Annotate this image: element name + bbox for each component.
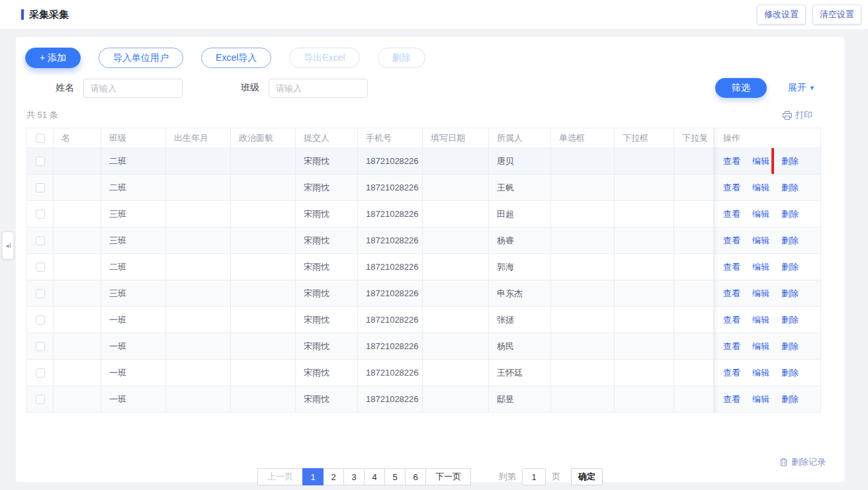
page-button-1[interactable]: 1 — [302, 468, 324, 485]
row-checkbox[interactable] — [36, 368, 45, 378]
cell-submitter: 宋雨忱 — [296, 148, 358, 175]
goto-confirm-button[interactable]: 确定 — [571, 468, 603, 485]
delete-records-link[interactable]: 删除记录 — [779, 456, 826, 468]
cell-multi — [674, 386, 714, 413]
print-button[interactable]: 打印 — [783, 109, 812, 121]
cell-politics — [231, 254, 296, 280]
cell-submitter: 宋雨忱 — [296, 360, 358, 386]
delete-link[interactable]: 删除 — [781, 156, 799, 166]
edit-link[interactable]: 编辑 — [752, 341, 769, 351]
row-checkbox[interactable] — [36, 157, 45, 166]
edit-link[interactable]: 编辑 — [752, 394, 769, 404]
expand-toggle[interactable]: 展开 ▼ — [788, 82, 815, 94]
row-checkbox-cell — [27, 307, 54, 333]
page-button-4[interactable]: 4 — [364, 468, 385, 485]
page-button-6[interactable]: 6 — [405, 468, 426, 485]
cell-multi — [674, 307, 714, 333]
edit-link[interactable]: 编辑 — [752, 315, 769, 325]
delete-link[interactable]: 删除 — [781, 368, 799, 378]
batch-delete-button: 删除 — [378, 48, 425, 68]
view-link[interactable]: 查看 — [723, 183, 740, 192]
edit-link[interactable]: 编辑 — [752, 288, 769, 298]
row-checkbox[interactable] — [36, 210, 45, 219]
select-all-checkbox[interactable] — [36, 134, 45, 143]
delete-link[interactable]: 删除 — [781, 209, 799, 219]
row-checkbox[interactable] — [36, 289, 45, 298]
cell-date — [423, 386, 489, 413]
cell-select — [615, 227, 674, 254]
view-link[interactable]: 查看 — [723, 394, 740, 404]
sidebar-collapse-tab[interactable]: ◀ — [2, 231, 14, 259]
page-button-3[interactable]: 3 — [343, 468, 365, 485]
row-checkbox[interactable] — [36, 183, 45, 192]
name-input[interactable] — [83, 79, 183, 98]
table-row: 一班宋雨忱18721028226王怀廷查看编辑删除 — [27, 360, 821, 386]
toolbar: + 添加导入单位用户Excel导入导出Excel删除 — [16, 37, 844, 68]
row-checkbox[interactable] — [36, 395, 45, 404]
delete-link[interactable]: 删除 — [781, 235, 799, 245]
cell-phone: 18721028226 — [358, 227, 423, 254]
goto-label: 到第 — [499, 471, 516, 483]
cell-birth — [166, 360, 231, 386]
edit-link[interactable]: 编辑 — [752, 209, 769, 219]
view-link[interactable]: 查看 — [723, 235, 740, 245]
column-header: 手机号 — [358, 128, 423, 148]
delete-link[interactable]: 删除 — [781, 183, 799, 192]
cell-owner: 邸昱 — [489, 386, 551, 413]
delete-link[interactable]: 删除 — [781, 315, 799, 325]
edit-link[interactable]: 编辑 — [752, 156, 769, 166]
cell-owner: 杨民 — [489, 333, 551, 360]
delete-link[interactable]: 删除 — [781, 262, 799, 272]
cell-phone: 18721028226 — [358, 333, 423, 360]
row-checkbox[interactable] — [36, 315, 45, 325]
delete-link[interactable]: 删除 — [781, 341, 799, 351]
view-link[interactable]: 查看 — [723, 288, 740, 298]
cell-multi — [674, 280, 714, 307]
class-input[interactable] — [269, 79, 368, 98]
cell-date — [423, 175, 489, 201]
clear-settings-button[interactable]: 清空设置 — [812, 5, 861, 24]
add-button[interactable]: + 添加 — [25, 48, 81, 68]
view-link[interactable]: 查看 — [723, 315, 740, 325]
next-page-button[interactable]: 下一页 — [425, 468, 471, 485]
excel-export-button: 导出Excel — [289, 48, 359, 68]
row-checkbox-cell — [27, 201, 54, 227]
page-button-5[interactable]: 5 — [384, 468, 406, 485]
cell-phone: 18721028226 — [358, 254, 423, 280]
cell-class: 三班 — [101, 201, 166, 227]
delete-link[interactable]: 删除 — [781, 394, 799, 404]
excel-import-button[interactable]: Excel导入 — [201, 48, 271, 68]
cell-politics — [231, 333, 296, 360]
cell-class: 三班 — [101, 280, 166, 307]
import-unit-users-button[interactable]: 导入单位用户 — [99, 48, 183, 68]
row-checkbox[interactable] — [36, 263, 45, 272]
view-link[interactable]: 查看 — [723, 368, 740, 378]
row-checkbox[interactable] — [36, 236, 45, 245]
edit-link[interactable]: 编辑 — [752, 183, 769, 192]
row-checkbox[interactable] — [36, 342, 45, 351]
cell-birth — [166, 386, 231, 413]
delete-link[interactable]: 删除 — [781, 288, 799, 298]
page-button-2[interactable]: 2 — [323, 468, 344, 485]
cell-class: 一班 — [101, 386, 166, 413]
cell-name — [54, 333, 101, 360]
cell-date — [423, 227, 489, 254]
edit-link[interactable]: 编辑 — [752, 262, 769, 272]
view-link[interactable]: 查看 — [723, 209, 740, 219]
view-link[interactable]: 查看 — [723, 156, 740, 166]
cell-submitter: 宋雨忱 — [296, 307, 358, 333]
cell-radio — [551, 333, 615, 360]
goto-page-input[interactable] — [522, 468, 546, 485]
filter-button[interactable]: 筛选 — [715, 78, 767, 98]
cell-birth — [166, 148, 231, 175]
modify-settings-button[interactable]: 修改设置 — [757, 5, 806, 24]
cell-politics — [231, 148, 296, 175]
view-link[interactable]: 查看 — [723, 341, 740, 351]
view-link[interactable]: 查看 — [723, 262, 740, 272]
edit-link[interactable]: 编辑 — [752, 368, 769, 378]
edit-link[interactable]: 编辑 — [752, 235, 769, 245]
cell-date — [423, 254, 489, 280]
cell-multi — [674, 201, 714, 227]
cell-select — [615, 307, 674, 333]
cell-submitter: 宋雨忱 — [296, 227, 358, 254]
